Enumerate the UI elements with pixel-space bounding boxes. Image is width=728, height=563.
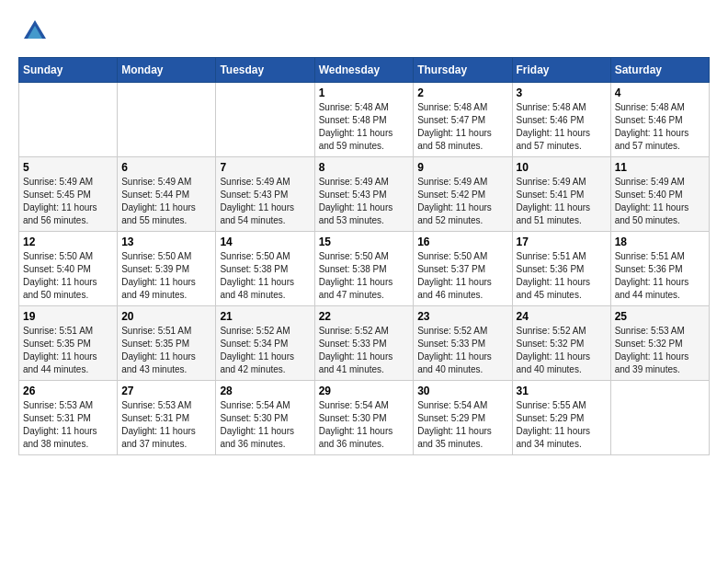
day-number: 23: [417, 310, 507, 323]
calendar-cell: 27Sunrise: 5:53 AM Sunset: 5:31 PM Dayli…: [118, 381, 216, 455]
day-number: 9: [417, 161, 507, 174]
day-info: Sunrise: 5:51 AM Sunset: 5:36 PM Dayligh…: [615, 250, 705, 302]
day-info: Sunrise: 5:53 AM Sunset: 5:32 PM Dayligh…: [615, 325, 705, 376]
calendar-cell: 14Sunrise: 5:50 AM Sunset: 5:38 PM Dayli…: [216, 232, 314, 306]
calendar-cell: 1Sunrise: 5:48 AM Sunset: 5:48 PM Daylig…: [314, 83, 414, 157]
day-number: 24: [517, 310, 607, 323]
calendar-cell: 25Sunrise: 5:53 AM Sunset: 5:32 PM Dayli…: [610, 306, 709, 381]
day-number: 17: [517, 236, 607, 248]
calendar-cell: 8Sunrise: 5:49 AM Sunset: 5:43 PM Daylig…: [314, 157, 414, 232]
day-info: Sunrise: 5:50 AM Sunset: 5:37 PM Dayligh…: [417, 250, 507, 302]
day-of-week-header: Monday: [118, 58, 216, 83]
day-number: 19: [23, 310, 113, 323]
day-number: 28: [220, 385, 310, 397]
day-number: 18: [615, 236, 705, 248]
calendar-cell: 17Sunrise: 5:51 AM Sunset: 5:36 PM Dayli…: [512, 232, 610, 306]
page-header: [18, 18, 710, 48]
day-info: Sunrise: 5:49 AM Sunset: 5:42 PM Dayligh…: [417, 176, 507, 227]
day-info: Sunrise: 5:53 AM Sunset: 5:31 PM Dayligh…: [121, 399, 211, 451]
day-info: Sunrise: 5:54 AM Sunset: 5:30 PM Dayligh…: [319, 399, 410, 451]
day-of-week-header: Wednesday: [314, 58, 414, 83]
calendar-cell: 5Sunrise: 5:49 AM Sunset: 5:45 PM Daylig…: [19, 157, 118, 232]
logo-icon: [22, 18, 48, 48]
day-number: 15: [319, 236, 410, 248]
calendar-week-row: 5Sunrise: 5:49 AM Sunset: 5:45 PM Daylig…: [19, 157, 710, 232]
day-info: Sunrise: 5:53 AM Sunset: 5:31 PM Dayligh…: [23, 399, 113, 451]
day-of-week-header: Friday: [512, 58, 610, 83]
day-info: Sunrise: 5:50 AM Sunset: 5:38 PM Dayligh…: [319, 250, 410, 302]
calendar-cell: 19Sunrise: 5:51 AM Sunset: 5:35 PM Dayli…: [19, 306, 118, 381]
calendar-cell: 30Sunrise: 5:54 AM Sunset: 5:29 PM Dayli…: [414, 381, 512, 455]
day-info: Sunrise: 5:48 AM Sunset: 5:46 PM Dayligh…: [615, 101, 705, 153]
calendar-cell: [610, 381, 709, 455]
day-of-week-header: Saturday: [610, 58, 709, 83]
calendar-week-row: 1Sunrise: 5:48 AM Sunset: 5:48 PM Daylig…: [19, 83, 710, 157]
day-number: 20: [121, 310, 211, 323]
day-info: Sunrise: 5:49 AM Sunset: 5:44 PM Dayligh…: [121, 176, 211, 227]
calendar-cell: 15Sunrise: 5:50 AM Sunset: 5:38 PM Dayli…: [314, 232, 414, 306]
calendar-table: SundayMondayTuesdayWednesdayThursdayFrid…: [18, 57, 710, 455]
calendar-cell: 4Sunrise: 5:48 AM Sunset: 5:46 PM Daylig…: [610, 83, 709, 157]
day-info: Sunrise: 5:49 AM Sunset: 5:40 PM Dayligh…: [615, 176, 705, 227]
calendar-cell: 20Sunrise: 5:51 AM Sunset: 5:35 PM Dayli…: [118, 306, 216, 381]
day-info: Sunrise: 5:48 AM Sunset: 5:46 PM Dayligh…: [517, 101, 607, 153]
calendar-cell: 28Sunrise: 5:54 AM Sunset: 5:30 PM Dayli…: [216, 381, 314, 455]
day-info: Sunrise: 5:48 AM Sunset: 5:48 PM Dayligh…: [319, 101, 410, 153]
day-number: 4: [615, 86, 705, 99]
day-info: Sunrise: 5:49 AM Sunset: 5:41 PM Dayligh…: [517, 176, 607, 227]
day-number: 16: [417, 236, 507, 248]
calendar-cell: 9Sunrise: 5:49 AM Sunset: 5:42 PM Daylig…: [414, 157, 512, 232]
day-number: 31: [517, 385, 607, 397]
day-info: Sunrise: 5:49 AM Sunset: 5:43 PM Dayligh…: [319, 176, 410, 227]
day-of-week-header: Sunday: [19, 58, 118, 83]
calendar-cell: 6Sunrise: 5:49 AM Sunset: 5:44 PM Daylig…: [118, 157, 216, 232]
calendar-week-row: 19Sunrise: 5:51 AM Sunset: 5:35 PM Dayli…: [19, 306, 710, 381]
day-number: 12: [23, 236, 113, 248]
day-info: Sunrise: 5:50 AM Sunset: 5:38 PM Dayligh…: [220, 250, 310, 302]
calendar-cell: 12Sunrise: 5:50 AM Sunset: 5:40 PM Dayli…: [19, 232, 118, 306]
day-info: Sunrise: 5:52 AM Sunset: 5:32 PM Dayligh…: [517, 325, 607, 376]
calendar-cell: 10Sunrise: 5:49 AM Sunset: 5:41 PM Dayli…: [512, 157, 610, 232]
calendar-cell: 29Sunrise: 5:54 AM Sunset: 5:30 PM Dayli…: [314, 381, 414, 455]
day-info: Sunrise: 5:51 AM Sunset: 5:36 PM Dayligh…: [517, 250, 607, 302]
day-of-week-header: Tuesday: [216, 58, 314, 83]
calendar-cell: 26Sunrise: 5:53 AM Sunset: 5:31 PM Dayli…: [19, 381, 118, 455]
calendar-cell: 18Sunrise: 5:51 AM Sunset: 5:36 PM Dayli…: [610, 232, 709, 306]
calendar-cell: 24Sunrise: 5:52 AM Sunset: 5:32 PM Dayli…: [512, 306, 610, 381]
day-number: 30: [417, 385, 507, 397]
day-number: 5: [23, 161, 113, 174]
calendar-cell: [19, 83, 118, 157]
calendar-cell: 13Sunrise: 5:50 AM Sunset: 5:39 PM Dayli…: [118, 232, 216, 306]
calendar-cell: [118, 83, 216, 157]
day-number: 21: [220, 310, 310, 323]
day-number: 3: [517, 86, 607, 99]
day-info: Sunrise: 5:51 AM Sunset: 5:35 PM Dayligh…: [23, 325, 113, 376]
day-number: 11: [615, 161, 705, 174]
calendar-cell: 2Sunrise: 5:48 AM Sunset: 5:47 PM Daylig…: [414, 83, 512, 157]
calendar-cell: 11Sunrise: 5:49 AM Sunset: 5:40 PM Dayli…: [610, 157, 709, 232]
day-number: 7: [220, 161, 310, 174]
day-number: 26: [23, 385, 113, 397]
day-info: Sunrise: 5:48 AM Sunset: 5:47 PM Dayligh…: [417, 101, 507, 153]
day-number: 10: [517, 161, 607, 174]
day-number: 27: [121, 385, 211, 397]
day-info: Sunrise: 5:54 AM Sunset: 5:30 PM Dayligh…: [220, 399, 310, 451]
day-info: Sunrise: 5:51 AM Sunset: 5:35 PM Dayligh…: [121, 325, 211, 376]
day-info: Sunrise: 5:55 AM Sunset: 5:29 PM Dayligh…: [517, 399, 607, 451]
day-number: 1: [319, 86, 410, 99]
calendar-cell: 22Sunrise: 5:52 AM Sunset: 5:33 PM Dayli…: [314, 306, 414, 381]
logo: [18, 18, 48, 48]
day-number: 14: [220, 236, 310, 248]
calendar-cell: 23Sunrise: 5:52 AM Sunset: 5:33 PM Dayli…: [414, 306, 512, 381]
day-info: Sunrise: 5:52 AM Sunset: 5:33 PM Dayligh…: [417, 325, 507, 376]
day-info: Sunrise: 5:52 AM Sunset: 5:33 PM Dayligh…: [319, 325, 410, 376]
day-number: 22: [319, 310, 410, 323]
calendar-week-row: 26Sunrise: 5:53 AM Sunset: 5:31 PM Dayli…: [19, 381, 710, 455]
day-info: Sunrise: 5:49 AM Sunset: 5:43 PM Dayligh…: [220, 176, 310, 227]
day-info: Sunrise: 5:49 AM Sunset: 5:45 PM Dayligh…: [23, 176, 113, 227]
day-number: 6: [121, 161, 211, 174]
calendar-cell: 21Sunrise: 5:52 AM Sunset: 5:34 PM Dayli…: [216, 306, 314, 381]
day-info: Sunrise: 5:52 AM Sunset: 5:34 PM Dayligh…: [220, 325, 310, 376]
calendar-cell: [216, 83, 314, 157]
day-info: Sunrise: 5:54 AM Sunset: 5:29 PM Dayligh…: [417, 399, 507, 451]
